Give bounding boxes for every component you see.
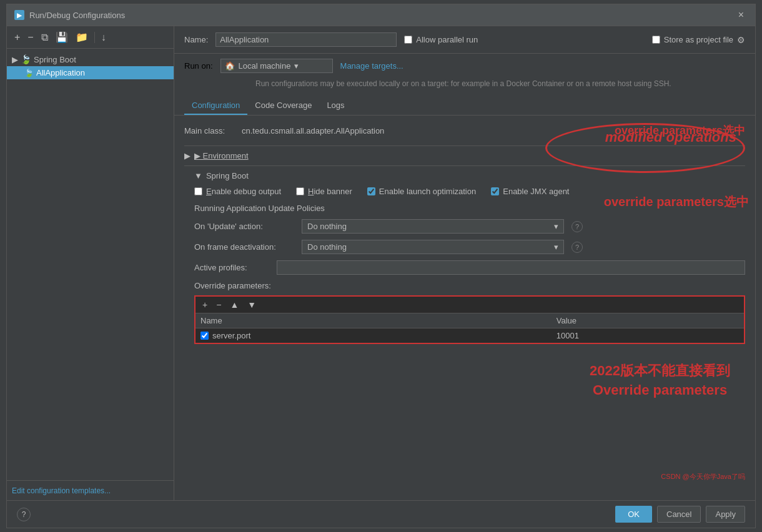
remove-config-button[interactable]: −: [25, 31, 36, 44]
enable-launch-checkbox[interactable]: [367, 187, 375, 195]
on-frame-label: On frame deactivation:: [194, 242, 294, 252]
checked-cell: server.port: [200, 331, 547, 340]
store-project-checkbox[interactable]: [652, 36, 660, 44]
spring-boot-section: ▼ Spring Boot Enable debug output Hide b…: [184, 165, 745, 349]
hide-banner-label: Hide banner: [308, 187, 352, 196]
enable-jmx-label: Enable JMX agent: [503, 187, 569, 196]
dialog-body: + − ⧉ 💾 📁 ↓ ▶ 🍃 Spring Boot 🍃 A: [7, 26, 755, 500]
run-on-description: Run configurations may be executed local…: [174, 76, 755, 97]
sidebar-toolbar: + − ⧉ 💾 📁 ↓: [7, 26, 174, 49]
run-on-select[interactable]: 🏠 Local machine ▾: [220, 59, 333, 73]
environment-label: ▶ Environment: [194, 151, 249, 160]
on-update-help[interactable]: ?: [572, 221, 583, 232]
toolbar-separator: [94, 32, 95, 43]
enable-launch-item: Enable launch optimization: [367, 187, 476, 196]
store-project-label: Store as project file: [664, 35, 733, 44]
row-value: 10001: [557, 331, 579, 340]
save-config-button[interactable]: 💾: [53, 30, 71, 44]
gear-icon[interactable]: ⚙: [737, 35, 745, 45]
environment-section: ▶ ▶ Environment: [184, 145, 745, 165]
enable-debug-checkbox[interactable]: [194, 187, 202, 195]
override-table-container: + − ▲ ▼ Name Value: [194, 295, 745, 344]
table-toolbar: + − ▲ ▼: [195, 297, 744, 313]
sidebar-footer: Edit configuration templates...: [7, 480, 174, 500]
name-input[interactable]: [215, 32, 397, 47]
edit-templates-link[interactable]: Edit configuration templates...: [12, 486, 111, 495]
parallel-run-area: Allow parallel run: [404, 35, 478, 44]
environment-header[interactable]: ▶ ▶ Environment: [184, 149, 745, 163]
active-profiles-input[interactable]: [277, 260, 745, 275]
main-class-row: Main class: cn.tedu.csmall.all.adapter.A…: [184, 123, 745, 138]
hide-banner-item: Hide banner: [296, 187, 352, 196]
on-update-row: On 'Update' action: Do nothing ▾ ?: [194, 219, 745, 234]
close-button[interactable]: ×: [735, 8, 748, 22]
row-value-cell: 10001: [552, 328, 744, 343]
main-class-label: Main class:: [184, 126, 234, 135]
run-on-home-icon: 🏠: [225, 61, 235, 71]
tree-parent-springboot[interactable]: ▶ 🍃 Spring Boot: [7, 52, 174, 66]
spring-boot-label: Spring Boot: [206, 171, 249, 180]
running-update-title: Running Application Update Policies: [194, 204, 745, 213]
table-up-button[interactable]: ▲: [228, 299, 240, 310]
annotation-override: override parameters选中: [615, 123, 745, 138]
config-content: Main class: cn.tedu.csmall.all.adapter.A…: [174, 116, 755, 500]
table-down-button[interactable]: ▼: [245, 299, 258, 310]
cancel-button[interactable]: Cancel: [657, 506, 701, 523]
spring-boot-header[interactable]: ▼ Spring Boot: [194, 171, 745, 180]
apply-button[interactable]: Apply: [706, 506, 745, 523]
enable-launch-label: Enable launch optimization: [379, 187, 476, 196]
row-name-cell: server.port: [195, 328, 552, 343]
ok-button[interactable]: OK: [615, 506, 652, 523]
on-frame-select[interactable]: Do nothing ▾: [302, 240, 564, 254]
copy-config-button[interactable]: ⧉: [39, 31, 51, 44]
col-header-value: Value: [552, 313, 744, 328]
add-config-button[interactable]: +: [12, 31, 22, 44]
move-down-button[interactable]: ↓: [99, 31, 109, 44]
enable-debug-label: Enable debug output: [206, 187, 281, 196]
tab-configuration[interactable]: Configuration: [184, 97, 247, 115]
title-bar-left: ▶ Run/Debug Configurations: [14, 10, 125, 20]
active-profiles-row: Active profiles:: [194, 260, 745, 275]
table-add-button[interactable]: +: [200, 299, 209, 310]
allow-parallel-checkbox[interactable]: [404, 36, 412, 44]
run-debug-dialog: ▶ Run/Debug Configurations × + − ⧉ 💾 📁 ↓…: [6, 4, 756, 528]
springboot-icon: 🍃: [21, 54, 31, 64]
run-on-row: Run on: 🏠 Local machine ▾ Manage targets…: [174, 54, 755, 76]
main-panel: Name: Allow parallel run Store as projec…: [174, 26, 755, 500]
on-update-select[interactable]: Do nothing ▾: [302, 219, 564, 234]
folder-config-button[interactable]: 📁: [73, 30, 91, 44]
help-button[interactable]: ?: [17, 508, 31, 521]
table-remove-button[interactable]: −: [214, 299, 223, 310]
active-profiles-label: Active profiles:: [194, 263, 269, 272]
dialog-title: Run/Debug Configurations: [29, 11, 125, 20]
hide-banner-checkbox[interactable]: [296, 187, 304, 195]
on-update-dropdown-icon: ▾: [554, 222, 558, 231]
tab-code-coverage[interactable]: Code Coverage: [247, 97, 319, 115]
tabs-bar: Configuration Code Coverage Logs: [174, 97, 755, 116]
tab-logs[interactable]: Logs: [319, 97, 352, 115]
on-frame-help[interactable]: ?: [572, 242, 583, 253]
enable-jmx-checkbox[interactable]: [491, 187, 499, 195]
run-on-value: Local machine: [239, 61, 291, 71]
name-label: Name:: [184, 35, 208, 44]
col-header-name: Name: [195, 313, 552, 328]
on-frame-dropdown-icon: ▾: [554, 242, 558, 252]
tree-child-allapplication[interactable]: 🍃 AllApplication: [7, 66, 174, 79]
enable-debug-item: Enable debug output: [194, 187, 281, 196]
allow-parallel-label: Allow parallel run: [416, 35, 478, 44]
chevron-icon: ▶: [12, 55, 18, 64]
enable-jmx-item: Enable JMX agent: [491, 187, 569, 196]
override-params-section: Override parameters: + − ▲ ▼: [194, 281, 745, 344]
store-project-area: Store as project file ⚙: [652, 35, 745, 45]
run-on-label: Run on:: [184, 61, 213, 71]
params-table: Name Value serv: [195, 313, 744, 343]
main-class-value: cn.tedu.csmall.all.adapter.AllApplicatio…: [242, 126, 595, 135]
spring-boot-chevron-icon: ▼: [194, 171, 202, 180]
row-checkbox[interactable]: [200, 332, 209, 340]
manage-targets-link[interactable]: Manage targets...: [340, 61, 403, 71]
sidebar: + − ⧉ 💾 📁 ↓ ▶ 🍃 Spring Boot 🍃 A: [7, 26, 174, 500]
on-frame-row: On frame deactivation: Do nothing ▾ ?: [194, 240, 745, 254]
footer-left: ?: [17, 508, 31, 521]
tree-parent-label: Spring Boot: [34, 55, 76, 64]
app-icon: 🍃: [24, 69, 34, 77]
